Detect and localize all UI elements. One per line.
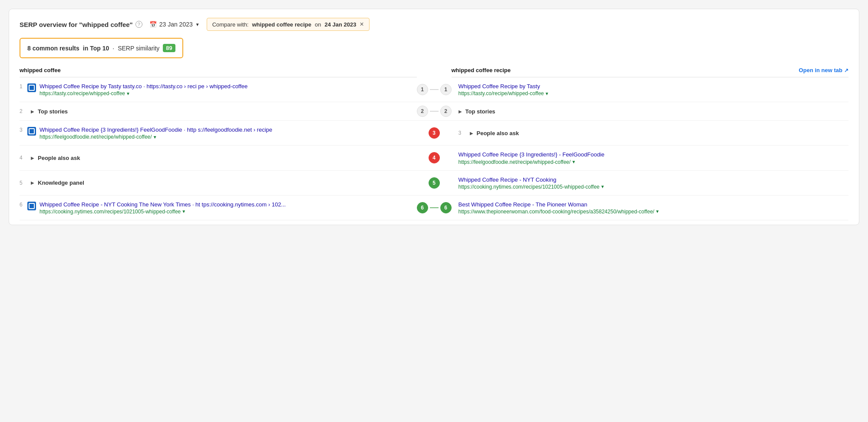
compare-keyword: whipped coffee recipe bbox=[252, 21, 311, 28]
separator: · bbox=[112, 45, 114, 52]
result-title-3-left[interactable]: Whipped Coffee Recipe {3 Ingredients!} F… bbox=[40, 126, 272, 134]
left-row-1: 1 Whipped Coffee Recipe by Tasty tasty.c… bbox=[20, 77, 417, 102]
right-col-header: whipped coffee recipe Open in new tab ↗ bbox=[452, 67, 849, 77]
help-icon[interactable]: ? bbox=[135, 21, 142, 28]
knowledge-panel-label[interactable]: Knowledge panel bbox=[38, 179, 84, 186]
row-num-1-left: 1 bbox=[20, 83, 27, 90]
result-title-5-right[interactable]: Whipped Coffee Recipe - NYT Cooking bbox=[459, 176, 849, 184]
mid-4: 4 bbox=[417, 146, 452, 170]
result-icon-6 bbox=[27, 202, 36, 210]
num-badge-3: 3 bbox=[429, 127, 440, 139]
page-title: SERP overview for "whipped coffee" bbox=[20, 21, 133, 28]
num-badge-5-right: 5 bbox=[429, 177, 440, 189]
num-badge-6-right: 6 bbox=[440, 202, 452, 213]
num-badge-2-right: 2 bbox=[440, 106, 452, 117]
similarity-badge: 89 bbox=[163, 44, 175, 52]
row-num-3-right: 3 bbox=[459, 130, 466, 136]
date-picker[interactable]: 📅 23 Jan 2023 ▼ bbox=[149, 21, 200, 28]
people-also-ask-label-3[interactable]: People also ask bbox=[477, 130, 519, 136]
result-url-1-left[interactable]: https://tasty.co/recipe/whipped-coffee ▼ bbox=[40, 90, 248, 96]
row-num-6-left: 6 bbox=[20, 201, 27, 208]
left-row-5: 5 ▶ Knowledge panel bbox=[20, 171, 417, 196]
top-stories-label-left[interactable]: Top stories bbox=[38, 108, 68, 115]
result-title-1-right[interactable]: Whipped Coffee Recipe by Tasty bbox=[459, 83, 849, 90]
mid-2: 2 2 bbox=[417, 102, 452, 121]
left-row-6: 6 Whipped Coffee Recipe - NYT Cooking Th… bbox=[20, 196, 417, 220]
left-row-4: 4 ▶ People also ask bbox=[20, 146, 417, 170]
arrow-icon-4: ▶ bbox=[31, 156, 34, 160]
calendar-icon: 📅 bbox=[149, 21, 157, 28]
arrow-icon-3-right: ▶ bbox=[470, 131, 473, 136]
result-url-6-right[interactable]: https://www.thepioneerwoman.com/food-coo… bbox=[459, 209, 849, 215]
left-row-2: 2 ▶ Top stories bbox=[20, 102, 417, 121]
summary-box: 8 common results in Top 10 · SERP simila… bbox=[20, 38, 183, 58]
num-badge-1-left: 1 bbox=[417, 84, 428, 95]
arrow-icon-5: ▶ bbox=[31, 180, 34, 185]
right-row-3: 3 ▶ People also ask bbox=[452, 121, 849, 146]
right-row-5: Whipped Coffee Recipe - NYT Cooking http… bbox=[452, 171, 849, 196]
right-row-2: ▶ Top stories bbox=[452, 102, 849, 121]
result-title-4-right[interactable]: Whipped Coffee Recipe {3 Ingredients!} -… bbox=[459, 151, 849, 159]
mid-5: 5 bbox=[417, 171, 452, 196]
compare-banner: Compare with: whipped coffee recipe on 2… bbox=[207, 18, 370, 31]
similarity-label: SERP similarity bbox=[118, 45, 159, 52]
left-col-header: whipped coffee bbox=[20, 67, 417, 77]
open-new-tab-link[interactable]: Open in new tab ↗ bbox=[799, 67, 848, 73]
date-label: 23 Jan 2023 bbox=[159, 21, 193, 28]
close-button[interactable]: × bbox=[360, 21, 364, 28]
mid-1: 1 1 bbox=[417, 77, 452, 102]
right-row-4: Whipped Coffee Recipe {3 Ingredients!} -… bbox=[452, 146, 849, 170]
mid-3: 3 bbox=[417, 121, 452, 146]
right-row-6: Best Whipped Coffee Recipe - The Pioneer… bbox=[452, 196, 849, 220]
result-url-5-right[interactable]: https://cooking.nytimes.com/recipes/1021… bbox=[459, 184, 849, 190]
right-row-1: Whipped Coffee Recipe by Tasty https://t… bbox=[452, 77, 849, 102]
num-badge-4-right: 4 bbox=[429, 152, 440, 163]
num-badge-1-right: 1 bbox=[440, 84, 452, 95]
row-num-3-left: 3 bbox=[20, 126, 27, 133]
result-title-1-left[interactable]: Whipped Coffee Recipe by Tasty tasty.co … bbox=[40, 83, 248, 90]
row-num-2-left: 2 bbox=[20, 108, 27, 114]
arrow-icon-2-right: ▶ bbox=[459, 109, 462, 114]
result-icon-3 bbox=[27, 127, 36, 136]
num-badge-2-left: 2 bbox=[417, 106, 428, 117]
compare-label: Compare with: bbox=[212, 21, 249, 28]
arrow-icon-2: ▶ bbox=[31, 109, 34, 114]
num-badge-6-left: 6 bbox=[417, 202, 428, 213]
common-results: 8 common results bbox=[27, 45, 79, 52]
people-also-ask-label-left[interactable]: People also ask bbox=[38, 155, 80, 161]
result-icon-1 bbox=[27, 83, 36, 92]
left-row-3: 3 Whipped Coffee Recipe {3 Ingredients!}… bbox=[20, 121, 417, 146]
compare-date: 24 Jan 2023 bbox=[325, 21, 356, 28]
result-title-6-left[interactable]: Whipped Coffee Recipe - NYT Cooking The … bbox=[40, 201, 286, 209]
chevron-down-icon: ▼ bbox=[195, 22, 200, 27]
result-url-3-left[interactable]: https://feelgoodfoodie.net/recipe/whippe… bbox=[40, 134, 272, 140]
result-url-4-right[interactable]: https://feelgoodfoodie.net/recipe/whippe… bbox=[459, 159, 849, 165]
compare-on-label: on bbox=[315, 21, 321, 28]
row-num-4-left: 4 bbox=[20, 155, 27, 161]
mid-6: 6 6 bbox=[417, 196, 452, 220]
top-stories-label-right[interactable]: Top stories bbox=[465, 108, 495, 115]
result-title-6-right[interactable]: Best Whipped Coffee Recipe - The Pioneer… bbox=[459, 201, 849, 209]
result-url-1-right[interactable]: https://tasty.co/recipe/whipped-coffee ▼ bbox=[459, 90, 849, 96]
in-top: in Top 10 bbox=[83, 45, 109, 52]
external-link-icon: ↗ bbox=[844, 67, 848, 73]
result-url-6-left[interactable]: https://cooking.nytimes.com/recipes/1021… bbox=[40, 209, 286, 215]
row-num-5-left: 5 bbox=[20, 180, 27, 186]
